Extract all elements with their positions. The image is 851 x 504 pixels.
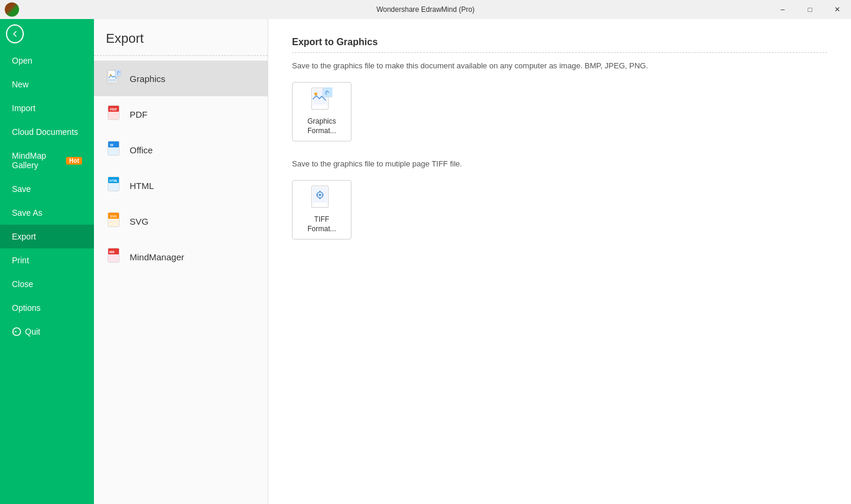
graphics-format-card-icon (311, 87, 332, 112)
export-label-office: Office (130, 145, 153, 155)
content-panel: Export to Graphics Save to the graphics … (268, 19, 851, 504)
graphics-format-card-label: GraphicsFormat... (307, 117, 336, 136)
sidebar-label-quit: Quit (25, 327, 40, 336)
content-desc2: Save to the graphics file to mutiple pag… (292, 159, 827, 168)
svg-rect-41 (322, 194, 324, 196)
back-button[interactable] (0, 19, 30, 49)
middle-panel-title: Export (94, 31, 268, 55)
sidebar-label-import: Import (12, 103, 36, 113)
svg-text:PDF: PDF (110, 108, 117, 111)
sidebar-item-cloud-documents[interactable]: Cloud Documents (0, 120, 94, 144)
tiff-format-card-label: TIFFFormat... (307, 215, 336, 234)
svg-text:HTML: HTML (109, 179, 118, 182)
export-label-svg: SVG (130, 216, 149, 226)
avatar (5, 2, 19, 17)
svg-rect-38 (319, 191, 321, 193)
sidebar-label-options: Options (12, 303, 40, 313)
svg-rect-5 (109, 79, 117, 81)
sidebar-item-open[interactable]: Open (0, 49, 94, 73)
hot-badge: Hot (66, 157, 82, 165)
sidebar: Open New Import Cloud Documents MindMap … (0, 19, 94, 504)
svg-rect-40 (316, 194, 318, 196)
sidebar-item-export[interactable]: Export (0, 225, 94, 248)
content-title: Export to Graphics (292, 37, 827, 48)
sidebar-item-save[interactable]: Save (0, 177, 94, 201)
svg-rect-8 (115, 70, 121, 76)
sidebar-item-new[interactable]: New (0, 73, 94, 96)
export-item-mindmanager[interactable]: MM MindManager (94, 239, 268, 275)
app-title: Wondershare EdrawMind (Pro) (376, 5, 475, 14)
sidebar-item-print[interactable]: Print (0, 248, 94, 272)
sidebar-label-save: Save (12, 184, 31, 194)
export-label-html: HTML (130, 181, 154, 191)
mindmanager-icon: MM (106, 247, 123, 266)
svg-rect-33 (323, 87, 332, 97)
sidebar-item-quit[interactable]: Quit (0, 320, 94, 344)
sidebar-label-mindmap-gallery: MindMap Gallery (12, 151, 61, 170)
content-divider (292, 52, 827, 53)
export-item-pdf[interactable]: PDF PDF (94, 96, 268, 132)
export-item-graphics[interactable]: Graphics (94, 61, 268, 96)
content-desc1: Save to the graphics file to make this d… (292, 61, 827, 70)
svg-text:MM: MM (109, 250, 114, 254)
svg-text:W: W (110, 143, 114, 147)
export-item-office[interactable]: W Office (94, 132, 268, 168)
svg-text:SVG: SVG (110, 215, 117, 218)
export-label-graphics: Graphics (130, 74, 165, 84)
svg-point-31 (315, 93, 318, 96)
svg-point-6 (110, 74, 112, 76)
graphics-format-card[interactable]: GraphicsFormat... (292, 82, 351, 141)
svg-rect-39 (319, 198, 321, 200)
graphics-icon (106, 69, 123, 88)
sidebar-label-close: Close (12, 279, 33, 289)
svg-point-37 (319, 194, 321, 196)
sidebar-item-save-as[interactable]: Save As (0, 201, 94, 225)
sidebar-item-mindmap-gallery[interactable]: MindMap Gallery Hot (0, 144, 94, 177)
window-controls: – □ ✕ (769, 0, 851, 19)
quit-icon (12, 327, 21, 336)
sidebar-item-close[interactable]: Close (0, 272, 94, 296)
tiff-format-card-icon (311, 185, 332, 210)
close-button[interactable]: ✕ (824, 0, 851, 19)
format-cards-group2: TIFFFormat... (292, 180, 827, 240)
middle-panel: Export Graphics (94, 19, 268, 504)
html-icon: HTML (106, 176, 123, 195)
export-item-html[interactable]: HTML HTML (94, 168, 268, 203)
export-label-mindmanager: MindManager (130, 252, 184, 262)
back-circle-icon (6, 24, 24, 43)
export-item-svg[interactable]: SVG SVG (94, 203, 268, 239)
sidebar-label-save-as: Save As (12, 208, 42, 218)
title-bar: Wondershare EdrawMind (Pro) – □ ✕ (0, 0, 851, 19)
middle-divider (94, 55, 268, 56)
export-label-pdf: PDF (130, 109, 147, 119)
sidebar-label-open: Open (12, 56, 32, 65)
minimize-button[interactable]: – (769, 0, 796, 19)
svg-icon: SVG (106, 212, 123, 231)
sidebar-label-new: New (12, 80, 29, 89)
format-cards-group1: GraphicsFormat... (292, 82, 827, 141)
maximize-button[interactable]: □ (796, 0, 824, 19)
sidebar-item-options[interactable]: Options (0, 296, 94, 320)
app-body: Open New Import Cloud Documents MindMap … (0, 19, 851, 504)
pdf-icon: PDF (106, 105, 123, 124)
sidebar-item-import[interactable]: Import (0, 96, 94, 120)
tiff-format-card[interactable]: TIFFFormat... (292, 180, 351, 240)
office-icon: W (106, 140, 123, 159)
sidebar-label-print: Print (12, 256, 29, 265)
sidebar-label-cloud-documents: Cloud Documents (12, 127, 78, 137)
sidebar-label-export: Export (12, 232, 36, 241)
